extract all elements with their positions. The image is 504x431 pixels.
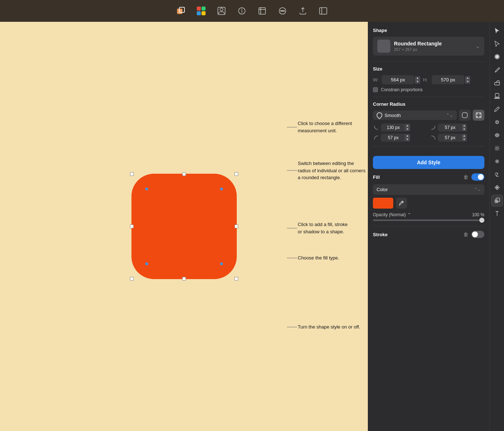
svg-point-15 xyxy=(284,11,284,11)
fill-toggle[interactable] xyxy=(471,173,484,181)
sun-btn[interactable] xyxy=(491,142,503,154)
svg-point-23 xyxy=(479,116,481,117)
stroke-toggle[interactable] xyxy=(471,231,484,238)
fill-delete-icon[interactable]: 🗑 xyxy=(463,174,468,180)
svg-rect-4 xyxy=(197,11,201,15)
export-icon[interactable] xyxy=(297,5,309,17)
corner-br-input[interactable] xyxy=(438,134,463,142)
corner-individual-btn[interactable] xyxy=(473,110,484,121)
handle-mid-left[interactable] xyxy=(130,225,134,228)
opacity-label: Opacity (Normal) ⌃ xyxy=(373,212,411,217)
corner-radius-handle-tl[interactable] xyxy=(145,188,148,190)
svg-point-22 xyxy=(476,116,478,117)
handle-bot-mid[interactable] xyxy=(182,277,186,281)
corner-bl-inc[interactable]: ▲ xyxy=(405,134,410,138)
fill-type-arrows: ⌃⌄ xyxy=(474,187,481,192)
pen-btn[interactable] xyxy=(491,182,503,193)
width-stepper[interactable]: ▲ ▼ xyxy=(415,76,420,84)
handle-bot-right[interactable] xyxy=(235,277,238,281)
canvas-area[interactable] xyxy=(0,22,368,431)
contact-icon[interactable] xyxy=(216,5,227,17)
corner-bl-stepper[interactable]: ▲ ▼ xyxy=(405,134,410,141)
svg-point-6 xyxy=(220,8,223,11)
shape-size-label: 257 × 257 px xyxy=(394,47,472,52)
colors-icon[interactable] xyxy=(195,5,207,17)
sphere-btn[interactable] xyxy=(491,129,503,141)
corner-tl-stepper[interactable]: ▲ ▼ xyxy=(405,124,410,131)
opacity-slider-thumb[interactable] xyxy=(479,218,484,223)
stamp-btn[interactable] xyxy=(491,90,503,102)
width-input[interactable] xyxy=(382,75,414,84)
dark-circle-btn[interactable] xyxy=(491,156,503,167)
corner-tr-stepper[interactable]: ▲ ▼ xyxy=(462,124,467,131)
corner-radius-handle-br[interactable] xyxy=(220,262,223,265)
height-decrement[interactable]: ▼ xyxy=(465,80,470,84)
add-style-button[interactable]: Add Style xyxy=(373,156,484,169)
eraser-btn[interactable] xyxy=(491,77,503,89)
smooth-dropdown[interactable]: Smooth ⌃⌄ xyxy=(373,110,457,120)
direct-select-btn[interactable] xyxy=(491,38,503,49)
gradient-btn[interactable] xyxy=(491,51,503,63)
shape-type-selector[interactable]: Rounded Rectangle 257 × 257 px ⌄ xyxy=(373,37,484,56)
svg-point-20 xyxy=(476,113,478,114)
corner-all-btn[interactable] xyxy=(459,110,471,121)
width-increment[interactable]: ▲ xyxy=(415,76,420,80)
stroke-title: Stroke xyxy=(373,232,387,237)
handle-top-left[interactable] xyxy=(130,172,134,176)
corner-br-inc[interactable]: ▲ xyxy=(462,134,467,138)
type-btn[interactable] xyxy=(491,208,503,219)
handle-mid-right[interactable] xyxy=(235,225,238,228)
sidebar-icon[interactable] xyxy=(317,5,329,17)
shapes-tool-icon[interactable] xyxy=(175,5,187,17)
divider-4 xyxy=(373,226,484,226)
brush-btn[interactable] xyxy=(491,64,503,76)
titlebar xyxy=(0,0,504,22)
fill-type-selector[interactable]: Color ⌃⌄ xyxy=(373,184,484,195)
corner-tr-inc[interactable]: ▲ xyxy=(462,124,467,128)
svg-line-41 xyxy=(495,150,496,150)
opacity-slider-container xyxy=(373,219,484,221)
svg-point-25 xyxy=(495,54,500,59)
corner-tl-inc[interactable]: ▲ xyxy=(405,124,410,128)
corner-tl-dec[interactable]: ▼ xyxy=(405,128,410,131)
corner-tr-input[interactable] xyxy=(438,124,463,132)
shapes-panel-btn[interactable] xyxy=(491,195,503,206)
width-decrement[interactable]: ▼ xyxy=(415,80,420,84)
height-increment[interactable]: ▲ xyxy=(465,76,470,80)
constrain-checkbox[interactable] xyxy=(373,87,378,92)
svg-rect-26 xyxy=(495,82,500,85)
corner-bl-input[interactable] xyxy=(381,134,406,142)
corner-br-dec[interactable]: ▼ xyxy=(462,138,467,141)
more-icon[interactable] xyxy=(277,5,288,17)
corner-bl-dec[interactable]: ▼ xyxy=(405,138,410,141)
stroke-delete-icon[interactable]: 🗑 xyxy=(463,231,468,237)
svg-point-31 xyxy=(495,133,499,137)
handle-top-mid[interactable] xyxy=(182,172,186,176)
corner-tr-dec[interactable]: ▼ xyxy=(462,128,467,131)
size-input-row: W: ▲ ▼ H: ▲ ▼ xyxy=(373,75,484,84)
corner-radius-handle-bl[interactable] xyxy=(145,262,148,265)
opacity-slider[interactable] xyxy=(373,219,484,221)
corner-inputs-grid: ▲ ▼ ▲ ▼ xyxy=(373,124,484,142)
height-input[interactable] xyxy=(432,75,464,84)
handle-bot-left[interactable] xyxy=(130,277,134,281)
select-tool-btn[interactable] xyxy=(491,25,503,36)
svg-line-38 xyxy=(495,146,496,147)
info-icon[interactable] xyxy=(236,5,248,17)
corner-radius-handle-tr[interactable] xyxy=(220,188,223,190)
wind-btn[interactable] xyxy=(491,169,503,180)
handle-top-right[interactable] xyxy=(235,172,238,176)
blur-btn[interactable] xyxy=(491,116,503,128)
opacity-chevron[interactable]: ⌃ xyxy=(407,212,411,217)
fill-color-swatch[interactable] xyxy=(373,198,393,209)
corner-tl-input[interactable] xyxy=(381,124,406,132)
pencil-btn[interactable] xyxy=(491,103,503,115)
shape-thumbnail xyxy=(377,40,390,53)
eyedropper-button[interactable] xyxy=(396,198,407,209)
height-stepper[interactable]: ▲ ▼ xyxy=(465,76,470,84)
resize-icon[interactable] xyxy=(256,5,268,17)
smooth-label: Smooth xyxy=(385,113,444,118)
svg-line-39 xyxy=(498,150,499,150)
corner-mode-row: Smooth ⌃⌄ xyxy=(373,110,484,121)
corner-br-stepper[interactable]: ▲ ▼ xyxy=(462,134,467,141)
